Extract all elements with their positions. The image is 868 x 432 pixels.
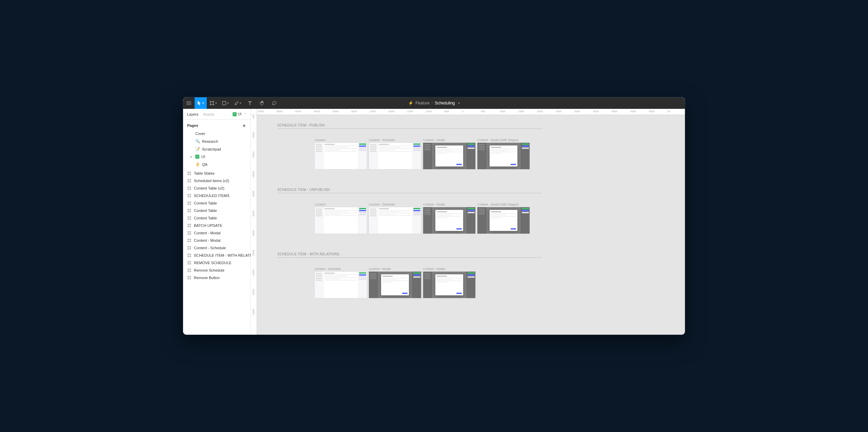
pen-tool-button[interactable]: ▾ [232, 97, 244, 109]
comment-tool-button[interactable] [268, 97, 280, 109]
ruler-tick: -4000 [313, 110, 320, 113]
frame: Content - Modal [369, 267, 421, 298]
frame-label[interactable]: Content - Modal [369, 267, 421, 271]
tab-layers[interactable]: Layers [187, 112, 198, 116]
frame: Content - Modal [423, 267, 475, 298]
layer-item[interactable]: BATCH UPDATE [183, 222, 251, 229]
layer-item[interactable]: SCHEDULED ITEMS [183, 192, 251, 199]
tab-assets[interactable]: Assets [203, 112, 214, 116]
ruler-tick: -3000 [252, 230, 255, 237]
layer-item[interactable]: Content Table (v2) [183, 184, 251, 192]
artboard[interactable] [477, 207, 530, 234]
ruler-horizontal: -5500-5000-4500-4000-3500-3000-2500-2000… [251, 109, 685, 115]
check-icon: ✓ [233, 112, 237, 116]
ruler-tick: -1500 [252, 289, 255, 296]
ruler-tick: 0 [462, 110, 463, 113]
page-label: Cover [195, 132, 205, 136]
frame-label[interactable]: Content - Modal (With Stages) [477, 203, 530, 206]
page-item[interactable]: Cover [183, 130, 251, 137]
ruler-tick: -1500 [406, 110, 413, 113]
frame-icon [187, 238, 191, 242]
move-tool-button[interactable]: ▾ [195, 97, 207, 109]
modal-preview [435, 145, 463, 166]
frame-label[interactable]: Content - Modal [423, 267, 475, 271]
artboard[interactable] [369, 143, 421, 169]
ruler-tick: -5500 [257, 110, 264, 113]
layer-item[interactable]: REMOVE SCHEDULE [183, 259, 251, 267]
breadcrumb[interactable]: ⚡ Feature / Scheduling ▾ [408, 101, 459, 105]
hand-tool-button[interactable] [256, 97, 268, 109]
ruler-tick: -2500 [369, 110, 376, 113]
frame-label[interactable]: Content [315, 203, 367, 206]
ruler-tick: -4500 [252, 171, 255, 178]
check-icon: ✓ [195, 155, 199, 159]
frame-icon [187, 216, 191, 220]
shape-tool-button[interactable]: ▾ [219, 97, 232, 109]
layer-label: Content - Modal [194, 231, 220, 235]
artboard[interactable] [423, 272, 475, 298]
frame-label[interactable]: Content - Schedule [369, 203, 421, 206]
page-label: Scratchpad [202, 147, 221, 151]
page-item[interactable]: 🔍Research [183, 137, 251, 145]
canvas-section: SCHEDULE ITEM - PUBLISHContentContent - … [277, 122, 671, 169]
layer-label: BATCH UPDATE [194, 223, 222, 228]
canvas-section: SCHEDULE ITEM - WITH RELATIONSContent - … [277, 251, 671, 298]
layer-item[interactable]: Remove Button [183, 274, 251, 281]
page-selector[interactable]: ✓ UI ⌃ [233, 112, 246, 116]
frame-icon [210, 101, 214, 105]
ruler-tick: -5000 [252, 152, 255, 158]
frame-icon [187, 261, 191, 265]
frame-label[interactable]: Content - Schedule [315, 267, 367, 271]
artboard[interactable] [315, 143, 367, 169]
frame-label[interactable]: Content [315, 138, 367, 142]
layer-item[interactable]: Scheduled Items (v2) [183, 177, 251, 184]
ruler-tick: -2000 [252, 270, 255, 276]
layer-item[interactable]: SCHEDULE ITEM - WITH RELATI… [183, 252, 251, 259]
chevron-down-icon: ▾ [215, 101, 217, 105]
section-title[interactable]: SCHEDULE ITEM - PUBLISH [277, 123, 542, 129]
frame-label[interactable]: Content - Modal (With Stages) [477, 138, 530, 142]
canvas[interactable]: SCHEDULE ITEM - PUBLISHContentContent - … [257, 115, 685, 335]
layer-item[interactable]: Content - Modal [183, 237, 251, 244]
layer-item[interactable]: Content Table [183, 207, 251, 214]
frame-label[interactable]: Content - Modal [423, 138, 475, 142]
main-menu-button[interactable] [183, 97, 195, 109]
frames-list: Table StatesScheduled Items (v2)Content … [183, 168, 251, 335]
artboard[interactable] [369, 272, 421, 298]
layer-item[interactable]: Content - Schedule [183, 244, 251, 252]
ruler-tick: -1000 [425, 110, 432, 113]
page-item[interactable]: 👌QA [183, 160, 251, 168]
frame-label[interactable]: Content - Schedule [369, 138, 421, 142]
frame-label[interactable]: Content - Modal [423, 203, 475, 206]
artboard[interactable] [369, 207, 421, 234]
layer-item[interactable]: Content Table [183, 199, 251, 207]
page-item[interactable]: 📝Scratchpad [183, 145, 251, 153]
frame-icon [187, 171, 191, 175]
layer-item[interactable]: Content - Modal [183, 229, 251, 237]
pen-icon [234, 101, 239, 105]
cursor-icon [197, 101, 201, 105]
page-item[interactable]: ✓✓UI [183, 153, 251, 160]
chevron-down-icon: ▾ [240, 101, 241, 105]
artboard[interactable] [315, 272, 367, 298]
section-title[interactable]: SCHEDULE ITEM - WITH RELATIONS [277, 252, 542, 258]
frame-icon [187, 276, 191, 280]
layer-item[interactable]: Remove Schedule [183, 267, 251, 274]
frame-icon [187, 194, 191, 198]
artboard[interactable] [477, 143, 530, 169]
frame-icon [187, 253, 191, 257]
text-tool-button[interactable] [244, 97, 256, 109]
layer-label: Content Table [194, 209, 217, 213]
layer-item[interactable]: Table States [183, 170, 251, 177]
section-title[interactable]: SCHEDULE ITEM - UNPUBLISH [277, 188, 542, 193]
artboard[interactable] [315, 207, 367, 234]
add-page-button[interactable]: ＋ [242, 123, 246, 128]
ruler-tick: -5000 [276, 110, 282, 113]
chevron-up-icon: ⌃ [244, 113, 246, 116]
ruler-tick: 3500 [593, 110, 599, 113]
ruler-tick: -2500 [252, 250, 255, 257]
artboard[interactable] [423, 207, 475, 234]
artboard[interactable] [423, 143, 475, 169]
frame-tool-button[interactable]: ▾ [207, 97, 219, 109]
layer-item[interactable]: Content Table [183, 214, 251, 222]
